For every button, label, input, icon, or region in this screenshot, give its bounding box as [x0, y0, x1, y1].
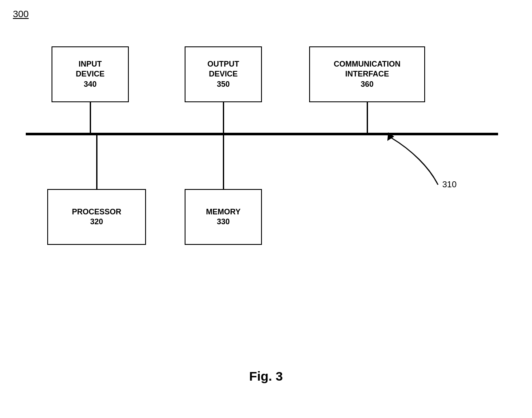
- connector-input-device: [90, 102, 91, 133]
- input-device-box: INPUTDEVICE340: [52, 46, 129, 102]
- connector-memory: [223, 134, 224, 189]
- bus-label: 310: [442, 180, 456, 189]
- processor-box: PROCESSOR320: [47, 189, 146, 245]
- output-device-box: OUTPUTDEVICE350: [185, 46, 262, 102]
- memory-box: MEMORY330: [185, 189, 262, 245]
- connector-processor: [96, 134, 97, 189]
- figure-label: 300: [13, 9, 29, 20]
- diagram-container: 300 INPUTDEVICE340 OUTPUTDEVICE350 COMMU…: [0, 0, 532, 418]
- fig-caption: Fig. 3: [0, 369, 532, 384]
- input-device-label: INPUTDEVICE340: [76, 59, 104, 89]
- comm-interface-box: COMMUNICATIONINTERFACE360: [309, 46, 425, 102]
- svg-marker-0: [387, 132, 394, 141]
- connector-comm-interface: [367, 102, 368, 133]
- processor-label: PROCESSOR320: [72, 207, 121, 227]
- comm-interface-label: COMMUNICATIONINTERFACE360: [334, 59, 401, 89]
- connector-output-device: [223, 102, 224, 133]
- memory-label: MEMORY330: [206, 207, 240, 227]
- output-device-label: OUTPUTDEVICE350: [207, 59, 239, 89]
